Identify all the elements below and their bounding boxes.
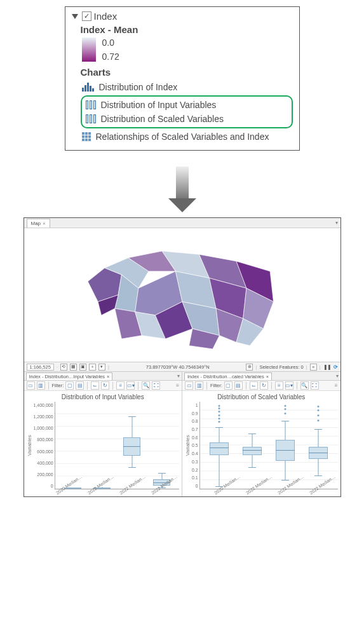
chevron-down-icon[interactable]: ▾ — [98, 364, 105, 371]
right-chart-title: Distribution of Scaled Variables — [182, 391, 340, 402]
chart-item-distribution-index[interactable]: Distribution of Index — [81, 80, 293, 94]
close-icon[interactable]: × — [107, 374, 109, 379]
select-icon[interactable]: ▭ — [185, 381, 193, 390]
contents-panel: ✓ Index Index - Mean 0.0 0.72 Charts Dis… — [65, 6, 300, 151]
layer-name[interactable]: Index — [94, 11, 118, 22]
choropleth-map — [74, 231, 290, 359]
chart-panes: Index - Distribution…Input Variables × ▾… — [24, 372, 340, 496]
right-chart-tab[interactable]: Index - Distribution…caled Variables × — [184, 372, 272, 380]
left-chart-pane: Index - Distribution…Input Variables × ▾… — [24, 372, 183, 496]
chart-item-relationships[interactable]: Relationships of Scaled Variables and In… — [81, 130, 293, 144]
layer-visibility-checkbox[interactable]: ✓ — [82, 11, 91, 21]
filter-selection-icon[interactable]: ▤ — [234, 381, 243, 390]
boxplot-icon — [86, 100, 96, 109]
chevron-down-icon[interactable]: ▾ — [335, 220, 338, 226]
stats-icon[interactable]: ▭▾ — [285, 381, 293, 390]
left-chart-toolbar: ▭ ▥ Filter: ▢ ▤ ⌙ ↻ ≡ ▭▾ 🔍 ⛶ ≡ — [24, 381, 182, 391]
filter-selection-icon[interactable]: ▤ — [76, 381, 84, 390]
scale-display[interactable]: 1:166,525 — [27, 364, 54, 371]
chevron-down-icon[interactable]: ▾ — [336, 373, 339, 379]
chevron-down-icon[interactable]: ▾ — [177, 373, 180, 379]
clear-icon[interactable]: ▥ — [195, 381, 203, 390]
scatter-matrix-icon — [82, 132, 91, 141]
left-chart-tabbar: Index - Distribution…Input Variables × ▾ — [24, 372, 182, 381]
refresh-button[interactable]: ⟳ — [334, 364, 338, 370]
chart-item-scaled-variables[interactable]: Distribution of Scaled Variables — [84, 112, 289, 126]
filter-extent-icon[interactable]: ▢ — [65, 381, 74, 390]
chart-item-label: Distribution of Index — [99, 82, 178, 92]
list-icon[interactable]: ≡ — [310, 364, 317, 371]
legend-icon[interactable]: ≡ — [116, 381, 125, 390]
map-statusbar: 1:166,525 · ⟲ ▦ ▣ ＋ ▾ | 73.8977039°W 40.… — [24, 362, 340, 372]
y-ticks: 1,400,0001,200,000 1,000,000800,000 600,… — [32, 402, 55, 489]
tab-label: Index - Distribution…caled Variables — [187, 374, 264, 379]
tab-label: Index - Distribution…Input Variables — [29, 374, 105, 379]
y-ticks: 10.9 0.80.7 0.60.5 0.40.3 0.20.1 0 — [191, 402, 199, 489]
pause-button[interactable]: ❚❚ — [323, 364, 331, 370]
histogram-icon — [82, 83, 94, 92]
right-plot-area: Variables 10.9 0.80.7 0.60.5 0.40.3 0.20… — [182, 402, 340, 491]
rotate-icon[interactable]: ↻ — [101, 381, 109, 390]
arrow-icon — [176, 167, 189, 198]
target-icon[interactable]: ⊕ — [246, 364, 253, 371]
close-icon[interactable]: × — [266, 374, 269, 379]
left-plot[interactable] — [55, 402, 179, 489]
zoom-icon[interactable]: 🔍 — [142, 381, 150, 390]
axes-icon[interactable]: ⌙ — [91, 381, 99, 390]
chart-item-label: Distribution of Input Variables — [101, 100, 217, 110]
layer-row[interactable]: ✓ Index — [72, 11, 293, 22]
right-chart-tabbar: Index - Distribution…caled Variables × ▾ — [182, 372, 340, 381]
expand-icon[interactable] — [72, 14, 78, 19]
chart-item-label: Distribution of Scaled Variables — [101, 114, 224, 124]
menu-icon[interactable]: ≡ — [176, 383, 179, 388]
left-chart-title: Distribution of Input Variables — [24, 391, 182, 402]
charts-heading: Charts — [81, 67, 293, 78]
chart-item-label: Relationships of Scaled Variables and In… — [96, 132, 269, 142]
arcgis-pro-panel: Map × ▾ — [24, 217, 341, 497]
coordinate-display: 73.8977039°W 40.7546349°N — [146, 364, 210, 370]
stats-icon[interactable]: ▭▾ — [126, 381, 135, 390]
grid-icon[interactable]: ▦ — [70, 364, 77, 371]
zoom-icon[interactable]: 🔍 — [300, 381, 309, 390]
right-chart-toolbar: ▭ ▥ Filter: ▢ ▤ ⌙ ↻ ≡ ▭▾ 🔍 ⛶ ≡ — [182, 381, 340, 391]
legend-title: Index - Mean — [81, 24, 293, 35]
y-axis-label: Variables — [185, 402, 191, 489]
tab-label: Map — [31, 221, 41, 226]
highlighted-charts: Distribution of Input Variables Distribu… — [81, 95, 293, 128]
legend-gradient — [82, 38, 96, 62]
plus-icon[interactable]: ＋ — [89, 364, 96, 371]
filter-label: Filter: — [52, 383, 64, 388]
axes-icon[interactable]: ⌙ — [250, 381, 258, 390]
x-ticks: 2020 Median…2022 Median… 2022 Median…202… — [24, 491, 182, 496]
filter-label: Filter: — [210, 383, 222, 388]
legend-min: 0.0 — [102, 38, 119, 48]
chart-item-input-variables[interactable]: Distribution of Input Variables — [84, 98, 289, 112]
snap-icon[interactable]: ▣ — [79, 364, 86, 371]
legend-max: 0.72 — [102, 51, 119, 62]
arrow-down — [6, 167, 358, 198]
menu-icon[interactable]: ≡ — [335, 383, 338, 388]
boxplot-icon — [86, 114, 96, 123]
rotate-icon[interactable]: ⟲ — [60, 364, 67, 371]
left-plot-area: Variables 1,400,0001,200,000 1,000,00080… — [24, 402, 182, 491]
legend-block: Index - Mean 0.0 0.72 Charts Distributio… — [81, 24, 293, 144]
map-tabbar: Map × ▾ — [24, 218, 340, 228]
rotate-icon[interactable]: ↻ — [260, 381, 268, 390]
y-axis-label: Variables — [27, 402, 32, 489]
close-icon[interactable]: × — [43, 221, 46, 226]
map-tab[interactable]: Map × — [27, 219, 50, 228]
x-ticks: 2020 Median…2022 Median… 2022 Median…202… — [182, 491, 340, 496]
left-chart-tab[interactable]: Index - Distribution…Input Variables × — [26, 372, 113, 380]
map-view[interactable] — [24, 228, 340, 362]
full-extent-icon[interactable]: ⛶ — [152, 381, 160, 390]
right-chart-pane: Index - Distribution…caled Variables × ▾… — [182, 372, 340, 496]
full-extent-icon[interactable]: ⛶ — [311, 381, 319, 390]
select-icon[interactable]: ▭ — [27, 381, 35, 390]
selected-features-label: Selected Features: 0 — [259, 364, 303, 370]
clear-icon[interactable]: ▥ — [37, 381, 45, 390]
legend-icon[interactable]: ≡ — [275, 381, 283, 390]
filter-extent-icon[interactable]: ▢ — [224, 381, 233, 390]
